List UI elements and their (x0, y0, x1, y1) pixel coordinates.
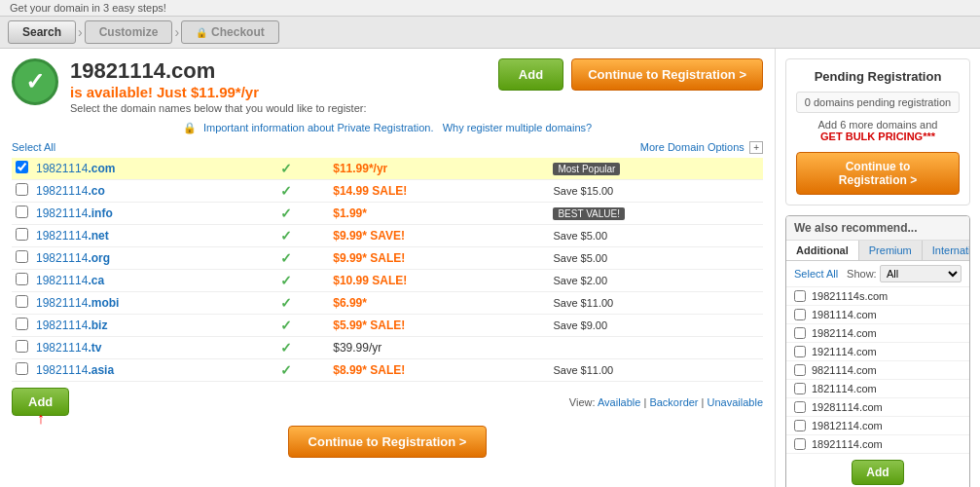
price-highlight: Just $11.99*/yr (157, 84, 259, 100)
table-row: 19821114.ca✓$10.99 SALE!Save $2.00 (12, 270, 763, 292)
rec-domain-name: 19821114s.com (812, 290, 888, 302)
avail-check: ✓ (280, 206, 292, 221)
step-customize[interactable]: Customize (85, 20, 173, 44)
rec-select-all[interactable]: Select All (794, 268, 838, 280)
bulk-pricing-link[interactable]: GET BULK PRICING*** (820, 131, 935, 142)
rec-add-button[interactable]: Add (852, 460, 903, 485)
domain-table-header: Select All More Domain Options + (12, 140, 763, 154)
domain-checkbox[interactable] (16, 228, 28, 241)
domain-link[interactable]: 19821114.info (36, 206, 113, 220)
continue-button-bottom[interactable]: Continue to Registration > (288, 426, 488, 458)
domain-badge: BEST VALUE! (549, 203, 763, 225)
rec-domain-checkbox[interactable] (794, 420, 806, 431)
domain-price: $9.99* SAVE! (329, 225, 549, 247)
domain-link[interactable]: 19821114.com (36, 162, 115, 175)
pending-title: Pending Registration (796, 69, 960, 84)
rec-domain-item: 1981114.com (786, 306, 969, 324)
domain-checkbox[interactable] (16, 161, 28, 173)
rec-domain-checkbox[interactable] (794, 383, 806, 394)
table-row: 19821114.asia✓$8.99* SALE!Save $11.00 (12, 359, 763, 382)
domain-checkbox[interactable] (16, 318, 28, 330)
rec-domain-checkbox[interactable] (794, 309, 806, 320)
bulk-text: Add 6 more domains and GET BULK PRICING*… (796, 119, 960, 142)
view-unavailable-link[interactable]: Unavailable (708, 396, 763, 408)
domain-checkbox[interactable] (16, 362, 28, 375)
rec-domain-name: 18921114.com (812, 438, 883, 450)
rec-domain-checkbox[interactable] (794, 290, 806, 302)
domain-link[interactable]: 19821114.ca (36, 274, 104, 287)
more-options-link[interactable]: More Domain Options (640, 141, 744, 153)
add-button-header[interactable]: Add (498, 58, 563, 91)
step-checkout[interactable]: 🔒 Checkout (181, 20, 279, 44)
domain-badge: Save $9.00 (549, 315, 763, 337)
private-reg: 🔒 Important information about Private Re… (12, 122, 763, 134)
rec-tab[interactable]: International (923, 241, 970, 260)
rec-domain-item: 19281114.com (786, 398, 969, 417)
view-available-link[interactable]: Available (598, 396, 640, 408)
rec-domain-checkbox[interactable] (794, 438, 806, 450)
table-row: 19821114.net✓$9.99* SAVE!Save $5.00 (12, 225, 763, 247)
domain-badge: Save $5.00 (549, 247, 763, 270)
view-links: View: Available | Backorder | Unavailabl… (569, 396, 763, 408)
lock-icon: 🔒 (196, 27, 207, 38)
rec-domain-checkbox[interactable] (794, 364, 806, 376)
rec-domain-item: 19812114.com (786, 417, 969, 435)
available-icon: ✓ (12, 58, 58, 105)
domain-link[interactable]: 19821114.co (36, 184, 105, 198)
availability-text: is available! Just $11.99*/yr (70, 84, 367, 100)
main-layout: ✓ 19821114.com is available! Just $11.99… (0, 49, 980, 487)
rec-domain-list: 19821114s.com1981114.com1982114.com19211… (786, 287, 969, 454)
rec-domain-name: 1821114.com (812, 383, 877, 394)
domain-checkbox[interactable] (16, 206, 28, 218)
domain-checkbox[interactable] (16, 295, 28, 308)
more-options-area: More Domain Options + (640, 140, 763, 154)
view-backorder-link[interactable]: Backorder (649, 396, 698, 408)
table-row: 19821114.org✓$9.99* SALE!Save $5.00 (12, 247, 763, 270)
domain-checkbox[interactable] (16, 183, 28, 196)
view-label: View: (569, 396, 596, 408)
continue-button-header[interactable]: Continue to Registration > (571, 58, 763, 91)
domain-link[interactable]: 19821114.tv (36, 341, 101, 355)
rec-tab[interactable]: Premium (859, 241, 923, 260)
domain-badge: Save $5.00 (549, 225, 763, 247)
private-reg-link[interactable]: Important information about Private Regi… (203, 122, 434, 133)
show-select[interactable]: AllAvailableUnavailable (880, 265, 962, 282)
domain-link[interactable]: 19821114.mobi (36, 296, 119, 310)
bottom-actions: Add ↑ View: Available | Backorder | Unav… (12, 388, 763, 416)
domain-price: $11.99*/yr (329, 158, 549, 180)
why-multiple-link[interactable]: Why register multiple domains? (443, 122, 592, 133)
rec-domain-name: 19812114.com (812, 420, 883, 431)
domain-name: 19821114.com (70, 58, 367, 84)
tagline: Get your domain in 3 easy steps! (10, 2, 166, 14)
domain-link[interactable]: 19821114.org (36, 251, 110, 265)
step-search[interactable]: Search (8, 20, 76, 44)
private-lock-icon: 🔒 (183, 122, 197, 133)
domain-checkbox[interactable] (16, 250, 28, 263)
domain-link[interactable]: 19821114.biz (36, 318, 107, 332)
domain-checkbox[interactable] (16, 273, 28, 285)
select-all-link[interactable]: Select All (12, 141, 55, 153)
rec-domain-checkbox[interactable] (794, 327, 806, 339)
rec-domain-name: 1921114.com (812, 346, 877, 357)
domain-badge (549, 337, 763, 359)
pending-box: Pending Registration 0 domains pending r… (785, 58, 970, 206)
recommend-title: We also recommend... (786, 216, 969, 241)
domain-header: ✓ 19821114.com is available! Just $11.99… (12, 58, 763, 114)
left-panel: ✓ 19821114.com is available! Just $11.99… (0, 49, 776, 487)
domain-badge: Save $15.00 (549, 180, 763, 203)
avail-check: ✓ (280, 161, 292, 176)
domain-link[interactable]: 19821114.net (36, 229, 109, 243)
domain-checkbox[interactable] (16, 340, 28, 353)
domain-price: $6.99* (329, 292, 549, 315)
rec-tab[interactable]: Additional (786, 241, 859, 260)
rec-domain-checkbox[interactable] (794, 401, 806, 413)
continue-button-right[interactable]: Continue to Registration > (796, 152, 960, 195)
table-row: 19821114.info✓$1.99*BEST VALUE! (12, 203, 763, 225)
domain-link[interactable]: 19821114.asia (36, 363, 114, 377)
table-row: 19821114.com✓$11.99*/yrMost Popular (12, 158, 763, 180)
rec-domain-checkbox[interactable] (794, 346, 806, 357)
table-row: 19821114.tv✓$39.99/yr (12, 337, 763, 359)
rec-domain-name: 9821114.com (812, 364, 877, 376)
table-row: 19821114.co✓$14.99 SALE!Save $15.00 (12, 180, 763, 203)
rec-domain-name: 1981114.com (812, 309, 877, 320)
